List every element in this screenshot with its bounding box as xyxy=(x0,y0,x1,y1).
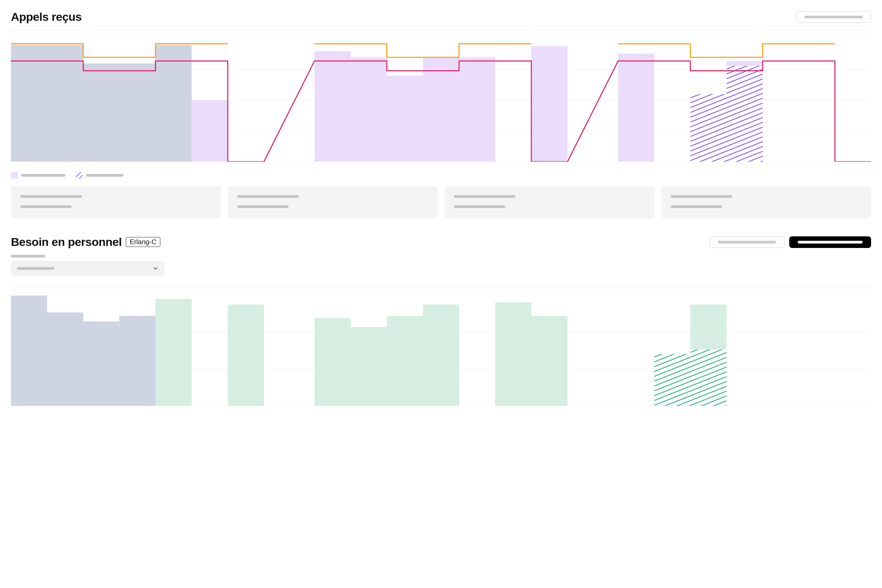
svg-rect-21 xyxy=(531,46,567,162)
svg-rect-31 xyxy=(11,296,47,406)
card-value-placeholder xyxy=(237,206,288,208)
svg-rect-33 xyxy=(83,322,119,406)
svg-rect-11 xyxy=(83,63,119,162)
legend-swatch-hatched xyxy=(76,172,82,179)
card-title-placeholder xyxy=(671,195,732,198)
divider xyxy=(11,286,871,286)
section-header: Appels reçus xyxy=(11,10,871,31)
legend-label-placeholder xyxy=(21,174,66,177)
svg-rect-41 xyxy=(495,302,531,406)
settings-button[interactable] xyxy=(796,11,871,23)
button-label-placeholder xyxy=(718,241,776,243)
svg-rect-36 xyxy=(228,304,264,406)
svg-rect-39 xyxy=(387,316,423,406)
card-title-placeholder xyxy=(454,195,515,198)
svg-rect-15 xyxy=(192,100,228,162)
staffing-chart xyxy=(11,293,871,406)
card-title-placeholder xyxy=(21,195,82,198)
chevron-down-icon xyxy=(153,266,158,271)
legend-item-forecast xyxy=(11,172,66,179)
card-value-placeholder xyxy=(671,206,722,208)
svg-rect-20 xyxy=(459,57,495,162)
legend-swatch xyxy=(11,172,18,179)
card-value-placeholder xyxy=(454,206,505,208)
section-header: Besoin en personnel Erlang-C xyxy=(11,236,871,251)
button-label-placeholder xyxy=(805,16,862,18)
svg-rect-9 xyxy=(11,45,47,162)
button-label-placeholder xyxy=(798,241,862,243)
primary-button[interactable] xyxy=(789,236,871,248)
chart-svg xyxy=(11,293,871,406)
summary-card xyxy=(444,186,654,218)
svg-rect-37 xyxy=(315,318,351,406)
svg-rect-24 xyxy=(690,94,726,162)
svg-rect-35 xyxy=(156,299,192,406)
calls-chart xyxy=(11,39,871,162)
svg-rect-19 xyxy=(423,57,459,162)
section-title: Appels reçus xyxy=(11,10,82,24)
svg-rect-44 xyxy=(654,354,690,406)
svg-rect-17 xyxy=(351,57,387,162)
filter-select[interactable] xyxy=(11,261,164,276)
model-badge: Erlang-C xyxy=(126,237,160,247)
svg-rect-13 xyxy=(156,45,192,162)
summary-card xyxy=(11,186,221,218)
svg-rect-25 xyxy=(726,66,763,162)
filter-row xyxy=(11,255,871,276)
summary-card xyxy=(228,186,438,218)
svg-rect-10 xyxy=(47,45,83,162)
svg-rect-26 xyxy=(76,172,82,179)
svg-rect-22 xyxy=(618,54,654,162)
select-value-placeholder xyxy=(17,267,55,270)
card-title-placeholder xyxy=(237,195,299,198)
svg-rect-16 xyxy=(315,51,351,162)
svg-rect-34 xyxy=(119,316,156,406)
chart-svg xyxy=(11,39,871,162)
section-staffing: Besoin en personnel Erlang-C xyxy=(11,236,871,406)
svg-rect-32 xyxy=(47,312,83,406)
svg-rect-38 xyxy=(351,327,387,406)
svg-rect-42 xyxy=(531,316,567,406)
legend-item-forecast-adjusted xyxy=(76,172,123,179)
secondary-button[interactable] xyxy=(710,236,784,248)
chart-legend xyxy=(11,172,871,179)
filter-label-placeholder xyxy=(11,255,45,258)
section-title: Besoin en personnel xyxy=(11,236,122,249)
svg-rect-12 xyxy=(119,63,156,162)
svg-rect-18 xyxy=(387,76,423,162)
summary-cards xyxy=(11,186,871,218)
summary-card xyxy=(662,186,872,218)
section-calls-received: Appels reçus xyxy=(11,10,871,218)
legend-label-placeholder xyxy=(86,174,123,177)
svg-rect-45 xyxy=(690,350,726,406)
svg-rect-40 xyxy=(423,304,459,406)
card-value-placeholder xyxy=(21,206,72,208)
